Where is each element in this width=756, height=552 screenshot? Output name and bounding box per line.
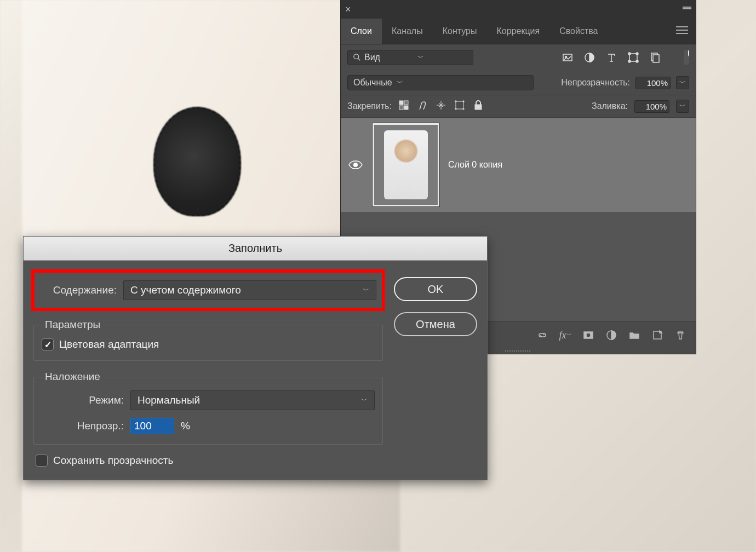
dialog-opacity-input[interactable]: 100 <box>130 418 174 434</box>
filter-toggle[interactable] <box>684 50 689 65</box>
filter-type-label: Вид <box>364 53 414 62</box>
filter-type-select[interactable]: Вид ﹀ <box>347 50 473 65</box>
filter-type-icon[interactable] <box>605 51 618 64</box>
search-icon <box>353 54 361 61</box>
svg-point-19 <box>586 333 591 337</box>
lock-label: Закрепить: <box>347 101 392 111</box>
new-layer-icon[interactable] <box>651 329 664 342</box>
layer-thumbnail[interactable] <box>373 123 439 206</box>
svg-rect-12 <box>404 106 408 110</box>
panel-header: × <box>341 0 696 19</box>
filter-row: Вид ﹀ <box>341 44 696 71</box>
blend-mode-select[interactable]: Обычные ﹀ <box>347 75 534 90</box>
fill-dialog: Заполнить Содержание: С учетом содержимо… <box>23 236 488 480</box>
link-layers-icon[interactable] <box>536 329 549 342</box>
lock-row: Закрепить: Заливка: 100% ﹀ <box>341 95 696 118</box>
tab-paths[interactable]: Контуры <box>433 19 487 44</box>
filter-adjust-icon[interactable] <box>583 51 596 64</box>
layer-row[interactable]: Слой 0 копия <box>341 118 696 212</box>
visibility-icon[interactable] <box>347 159 364 170</box>
tab-adjustments[interactable]: Коррекция <box>486 19 549 44</box>
fill-label: Заливка: <box>592 101 628 111</box>
lock-all-icon[interactable] <box>473 100 484 113</box>
svg-rect-14 <box>404 101 408 105</box>
fill-chevron[interactable]: ﹀ <box>676 100 689 113</box>
thumbnail-image <box>384 130 428 199</box>
chevron-down-icon: ﹀ <box>361 396 368 405</box>
lock-image-icon[interactable] <box>417 100 428 113</box>
cancel-button[interactable]: Отмена <box>394 312 477 336</box>
lock-artboard-icon[interactable] <box>454 100 465 113</box>
color-adaptation-label: Цветовая адаптация <box>59 338 159 350</box>
chevron-down-icon: ﹀ <box>363 286 369 295</box>
options-fieldset: Параметры Цветовая адаптация <box>33 319 383 361</box>
fill-input[interactable]: 100% <box>634 100 669 113</box>
tab-layers[interactable]: Слои <box>341 19 382 44</box>
color-adaptation-checkbox[interactable] <box>42 338 54 350</box>
mode-label: Режим: <box>42 394 124 406</box>
adjustment-layer-icon[interactable] <box>605 329 618 342</box>
close-icon[interactable]: × <box>345 4 351 15</box>
mode-value: Нормальный <box>138 394 200 406</box>
tab-properties[interactable]: Свойства <box>549 19 608 44</box>
filter-shape-icon[interactable] <box>627 51 640 64</box>
marquee-selection[interactable] <box>153 107 241 216</box>
chevron-down-icon: ﹀ <box>397 78 403 88</box>
svg-rect-10 <box>653 55 659 62</box>
content-row-highlighted: Содержание: С учетом содержимого ﹀ <box>31 269 385 311</box>
collapse-icon[interactable] <box>683 7 691 12</box>
svg-point-8 <box>636 60 638 62</box>
layer-style-icon[interactable]: fx﹀ <box>559 329 572 342</box>
svg-point-7 <box>628 60 631 62</box>
group-icon[interactable] <box>628 329 641 342</box>
lock-transparency-icon[interactable] <box>398 100 409 113</box>
tab-channels[interactable]: Каналы <box>382 19 433 44</box>
opacity-input[interactable]: 100% <box>635 77 671 89</box>
layer-mask-icon[interactable] <box>582 329 595 342</box>
svg-point-17 <box>353 163 358 167</box>
svg-point-5 <box>628 53 631 55</box>
dialog-title: Заполнить <box>24 237 487 261</box>
delete-layer-icon[interactable] <box>674 329 687 342</box>
content-select[interactable]: С учетом содержимого ﹀ <box>123 280 376 300</box>
dialog-opacity-label: Непрозр.: <box>42 420 124 432</box>
mode-select[interactable]: Нормальный ﹀ <box>130 390 375 410</box>
svg-rect-15 <box>456 101 463 109</box>
blend-row: Обычные ﹀ Непрозрачность: 100% ﹀ <box>341 71 696 95</box>
opacity-label: Непрозрачность: <box>561 78 630 88</box>
svg-rect-4 <box>629 54 637 61</box>
lock-position-icon[interactable] <box>436 100 446 113</box>
blend-mode-value: Обычные <box>353 78 392 88</box>
blending-fieldset: Наложение Режим: Нормальный ﹀ Непрозр.: … <box>33 371 383 445</box>
svg-rect-11 <box>399 101 403 105</box>
layer-name[interactable]: Слой 0 копия <box>448 160 502 170</box>
ok-button[interactable]: OK <box>394 277 477 301</box>
filter-pixel-icon[interactable] <box>561 51 574 64</box>
svg-point-6 <box>636 53 638 55</box>
svg-rect-16 <box>475 105 482 110</box>
svg-rect-13 <box>399 106 403 110</box>
content-value: С учетом содержимого <box>130 284 241 296</box>
toggle-dot <box>688 50 689 56</box>
options-legend: Параметры <box>42 319 104 331</box>
lock-icons <box>398 100 484 113</box>
percent-sign: % <box>181 420 190 432</box>
filter-smart-icon[interactable] <box>649 51 662 64</box>
content-label: Содержание: <box>40 284 117 296</box>
panel-tabs: Слои Каналы Контуры Коррекция Свойства <box>341 19 696 44</box>
preserve-transparency-label: Сохранить прозрачность <box>53 455 173 467</box>
preserve-transparency-checkbox[interactable] <box>36 455 48 467</box>
chevron-down-icon: ﹀ <box>417 53 467 62</box>
panel-menu-icon[interactable] <box>668 26 696 37</box>
svg-point-0 <box>354 54 359 59</box>
blending-legend: Наложение <box>42 371 104 383</box>
filter-icons <box>561 51 662 64</box>
opacity-chevron[interactable]: ﹀ <box>676 76 689 89</box>
